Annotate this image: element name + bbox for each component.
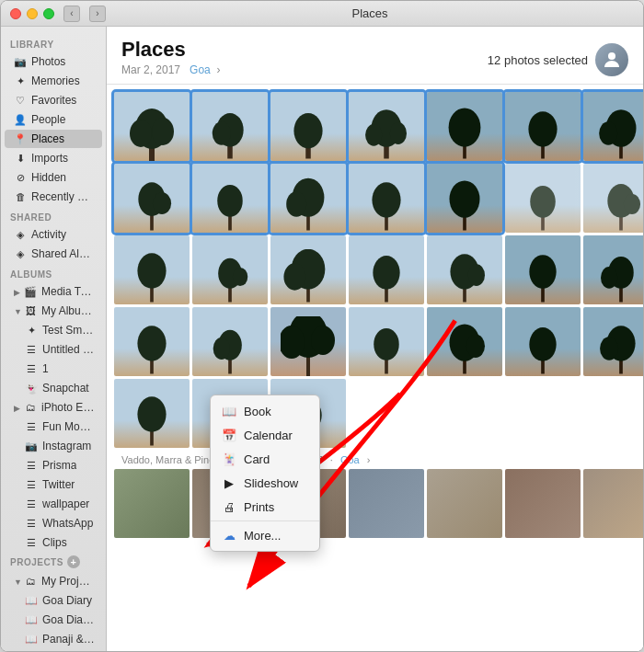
photo-thumb[interactable] [349,92,424,161]
sidebar-item-clips[interactable]: ☰ Clips [5,533,102,552]
photo-thumb[interactable] [270,307,346,376]
section2-location[interactable]: Goa [340,454,360,465]
sidebar-item-goa-diary[interactable]: 📖 Goa Diary [5,591,102,610]
photo-thumb[interactable] [427,92,502,161]
photo-thumb[interactable] [192,92,268,161]
sidebar-item-fun-moments[interactable]: ☰ Fun Moments [5,418,102,436]
breadcrumb-date: Mar 2, 2017 [121,63,180,76]
photo-thumb[interactable] [427,469,502,538]
tree-svg [362,249,412,304]
main-window: ‹ › Places Library 📷 Photos ✦ Memories ♡… [0,0,644,652]
sidebar-item-whatsapp[interactable]: ☰ WhatsApp [5,514,102,532]
photo-thumb[interactable] [114,92,190,161]
sidebar-item-activity[interactable]: ◈ Activity [5,225,102,244]
sidebar-item-label: Hidden [31,171,66,184]
test-smart-icon: ✦ [25,324,38,337]
sidebar-item-twitter[interactable]: ☰ Twitter [5,475,102,494]
sidebar-item-people[interactable]: 👤 People [5,110,102,129]
shared-albums-icon: ◈ [14,247,27,260]
sidebar-item-media-types[interactable]: ▶ 🎬 Media Types [5,282,102,301]
sidebar-item-snapchat[interactable]: 👻 Snapchat [5,379,102,397]
sidebar-item-label: Instagram [42,440,91,452]
photo-thumb[interactable] [505,307,581,376]
photo-thumb[interactable] [114,307,190,376]
breadcrumb-location[interactable]: Goa [190,63,211,76]
photo-row-1 [114,92,636,161]
forward-button[interactable]: › [89,6,106,22]
sidebar-item-recently-deleted[interactable]: 🗑 Recently Deleted [5,188,102,206]
photo-thumb[interactable] [349,469,424,538]
add-project-button[interactable]: + [67,555,80,568]
dropdown-item-more[interactable]: ☁ More... [211,523,319,547]
sidebar-item-imports[interactable]: ⬇ Imports [5,149,102,167]
photo-thumb[interactable] [114,469,190,538]
close-button[interactable] [10,8,21,19]
maximize-button[interactable] [43,8,54,19]
sidebar-item-hidden[interactable]: ⊘ Hidden [5,168,102,187]
back-button[interactable]: ‹ [63,6,80,22]
dropdown-item-card[interactable]: 🃏 Card [211,447,319,471]
sidebar-item-my-projects[interactable]: ▼ 🗂 My Projects [5,572,102,590]
clips-icon: ☰ [25,536,38,549]
sidebar-item-favorites[interactable]: ♡ Favorites [5,91,102,109]
svg-point-17 [528,112,557,148]
sidebar-item-photos[interactable]: 📷 Photos [5,52,102,71]
photo-thumb[interactable] [192,164,268,233]
photo-thumb[interactable] [505,469,581,538]
photo-thumb[interactable] [192,307,268,376]
shared-section-label: Shared [1,207,106,224]
minimize-button[interactable] [27,8,38,19]
sidebar-item-panaji[interactable]: 📖 Panaji & Bar... [5,630,102,648]
sidebar-item-untitled[interactable]: 📖 Untitled [5,649,102,651]
photo-thumb[interactable] [427,307,502,376]
photo-thumb[interactable] [505,92,581,161]
photo-thumb[interactable] [583,92,643,161]
photo-thumb[interactable] [583,164,643,233]
sidebar-item-memories[interactable]: ✦ Memories [5,72,102,90]
dropdown-item-slideshow[interactable]: ▶ Slideshow [211,471,319,495]
sidebar-item-my-albums[interactable]: ▼ 🖼 My Albums [5,302,102,320]
photo-thumb[interactable] [505,164,581,233]
photo-thumb[interactable] [427,164,502,233]
sidebar-item-iphoto-events[interactable]: ▶ 🗂 iPhoto Events [5,398,102,417]
photo-thumb[interactable] [114,235,190,304]
photo-thumb[interactable] [349,164,424,233]
svg-point-64 [311,326,335,355]
dropdown-item-book[interactable]: 📖 Book [211,399,319,423]
photo-thumb[interactable] [583,235,643,304]
sidebar-item-prisma[interactable]: ☰ Prisma [5,456,102,475]
places-icon: 📍 [14,132,27,145]
tree-svg [127,177,178,233]
sidebar-item-test-smart[interactable]: ✦ Test Smart A... [5,321,102,339]
photo-thumb[interactable] [583,469,643,538]
photo-thumb[interactable] [114,379,190,448]
photo-thumb[interactable] [192,235,268,304]
svg-point-15 [449,109,481,147]
sidebar-item-goa-diary-1[interactable]: 📖 Goa Diary (1) [5,611,102,629]
sidebar-item-wallpaper[interactable]: ☰ wallpaper [5,495,102,513]
photo-thumb[interactable] [505,235,581,304]
sidebar: Library 📷 Photos ✦ Memories ♡ Favorites … [1,27,107,651]
snapchat-icon: 👻 [25,382,38,395]
sidebar-item-places[interactable]: 📍 Places [5,130,102,148]
expand-icon: ▼ [14,578,21,585]
dropdown-item-calendar[interactable]: 📅 Calendar [211,423,319,447]
photo-thumb[interactable] [270,235,346,304]
sidebar-item-label: Twitter [42,478,75,491]
dropdown-item-prints[interactable]: 🖨 Prints [211,495,319,519]
sidebar-item-label: Imports [31,152,68,165]
photo-thumb[interactable] [114,164,190,233]
photo-thumb[interactable] [427,235,502,304]
photo-thumb[interactable] [270,164,346,233]
sidebar-item-instagram[interactable]: 📷 Instagram [5,437,102,455]
svg-point-42 [233,268,248,286]
photo-thumb[interactable] [349,307,424,376]
sidebar-item-untitled-sma[interactable]: ☰ Untitled Sma... [5,340,102,359]
photo-thumb[interactable] [349,235,424,304]
sidebar-item-shared-albums[interactable]: ◈ Shared Albums [5,245,102,263]
photo-thumb[interactable] [583,307,643,376]
photos-grid[interactable]: Vaddo, Marra & Pindus Vaddo Mar 3, 2017 … [107,85,643,651]
sidebar-item-1[interactable]: ☰ 1 [5,360,102,378]
photo-thumb[interactable] [270,92,346,161]
sidebar-item-label: wallpaper [42,498,89,510]
